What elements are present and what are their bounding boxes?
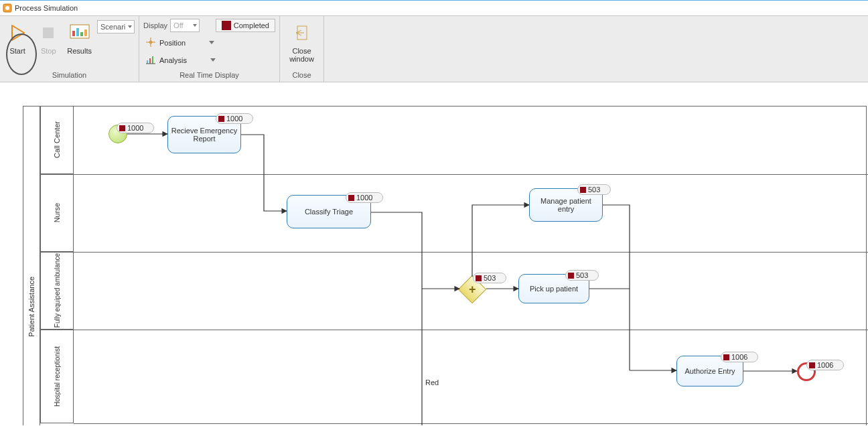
- task-label: Classify Triage: [305, 208, 353, 216]
- plus-icon: +: [469, 283, 476, 295]
- analysis-label: Analysis: [159, 56, 187, 64]
- token-icon: [218, 116, 224, 122]
- start-label: Start: [9, 47, 25, 55]
- position-icon: [146, 38, 155, 48]
- display-select[interactable]: Off: [170, 19, 200, 32]
- app-icon: [3, 3, 12, 13]
- token-icon: [568, 273, 574, 279]
- token-value: 1000: [127, 124, 143, 132]
- task-label: Pick up patient: [530, 285, 578, 293]
- results-label: Results: [67, 47, 92, 55]
- edge-label-red: Red: [425, 378, 439, 386]
- status-square-icon: [222, 21, 231, 30]
- results-icon: [69, 21, 90, 44]
- play-icon: [7, 21, 28, 44]
- token-badge-classify: 1000: [346, 192, 383, 203]
- token-icon: [476, 275, 482, 281]
- token-value: 1006: [817, 361, 833, 369]
- chevron-down-icon: [193, 24, 197, 27]
- lane-separator: [74, 174, 868, 175]
- lane-separator: [74, 252, 868, 253]
- svg-rect-15: [152, 56, 153, 64]
- display-selected: Off: [173, 21, 183, 29]
- svg-rect-6: [76, 28, 79, 36]
- svg-rect-5: [72, 31, 75, 36]
- svg-rect-3: [43, 27, 54, 38]
- group-label-close: Close: [284, 70, 319, 82]
- chevron-down-icon: [208, 40, 215, 46]
- token-badge-manage: 503: [577, 184, 611, 195]
- token-value: 1000: [226, 115, 242, 123]
- ribbon: Start Stop Results Scenari Simulation: [0, 15, 868, 82]
- ribbon-group-realtime: Display Off Completed Position: [139, 16, 280, 82]
- token-badge-gateway: 503: [473, 273, 506, 283]
- svg-rect-14: [149, 58, 151, 64]
- results-button[interactable]: Results: [66, 19, 93, 58]
- svg-rect-8: [84, 29, 87, 36]
- task-label: Authorize Entry: [684, 367, 735, 375]
- lane-separator: [74, 330, 868, 330]
- position-label: Position: [159, 39, 186, 47]
- analysis-button[interactable]: Analysis: [143, 54, 275, 67]
- completed-chip: Completed: [216, 19, 275, 32]
- start-button[interactable]: Start: [4, 19, 31, 58]
- token-badge-end: 1006: [806, 360, 844, 370]
- chevron-down-icon: [210, 57, 216, 64]
- token-icon: [809, 362, 815, 368]
- ribbon-group-simulation: Start Stop Results Scenari Simulation: [0, 16, 139, 82]
- close-window-button[interactable]: Close window: [284, 19, 319, 66]
- lane-separator: [74, 423, 868, 424]
- token-icon: [119, 125, 125, 131]
- svg-marker-17: [210, 58, 216, 62]
- token-badge-recieve: 1000: [216, 113, 253, 124]
- task-label: Manage patient entry: [532, 197, 599, 213]
- group-label-simulation: Simulation: [4, 70, 135, 82]
- token-badge-start: 1000: [117, 123, 154, 133]
- svg-marker-2: [12, 25, 24, 40]
- svg-rect-13: [147, 60, 148, 64]
- task-label: Recieve Emergency Report: [171, 127, 238, 143]
- window-title: Process Simulation: [15, 4, 78, 12]
- stop-button: Stop: [35, 19, 62, 58]
- token-icon: [348, 195, 354, 201]
- completed-label: Completed: [234, 21, 269, 29]
- svg-point-1: [5, 6, 9, 10]
- position-button[interactable]: Position: [143, 36, 275, 50]
- token-icon: [723, 354, 729, 360]
- analysis-icon: [146, 55, 155, 66]
- group-label-realtime: Real Time Display: [143, 70, 275, 82]
- token-value: 503: [484, 274, 496, 282]
- token-value: 503: [588, 186, 600, 194]
- display-label: Display: [143, 21, 167, 29]
- token-badge-pickup: 503: [565, 270, 599, 281]
- titlebar: Process Simulation: [0, 1, 868, 15]
- token-value: 1000: [356, 194, 372, 202]
- close-window-label: Close window: [285, 47, 318, 63]
- scenario-selected: Scenari: [100, 23, 125, 31]
- chevron-down-icon: [128, 25, 132, 28]
- svg-rect-7: [80, 32, 83, 36]
- close-window-icon: [291, 21, 313, 44]
- token-badge-authorize: 1006: [721, 352, 758, 362]
- token-value: 503: [576, 271, 588, 279]
- ribbon-group-close: Close window Close: [280, 16, 324, 82]
- diagram-canvas[interactable]: Patient Assistance Call Center Nurse Ful…: [0, 82, 868, 425]
- stop-icon: [38, 21, 59, 44]
- scenario-select[interactable]: Scenari: [97, 20, 135, 33]
- token-icon: [580, 187, 586, 193]
- token-value: 1006: [731, 353, 747, 361]
- stop-label: Stop: [41, 47, 56, 55]
- svg-marker-12: [209, 41, 214, 44]
